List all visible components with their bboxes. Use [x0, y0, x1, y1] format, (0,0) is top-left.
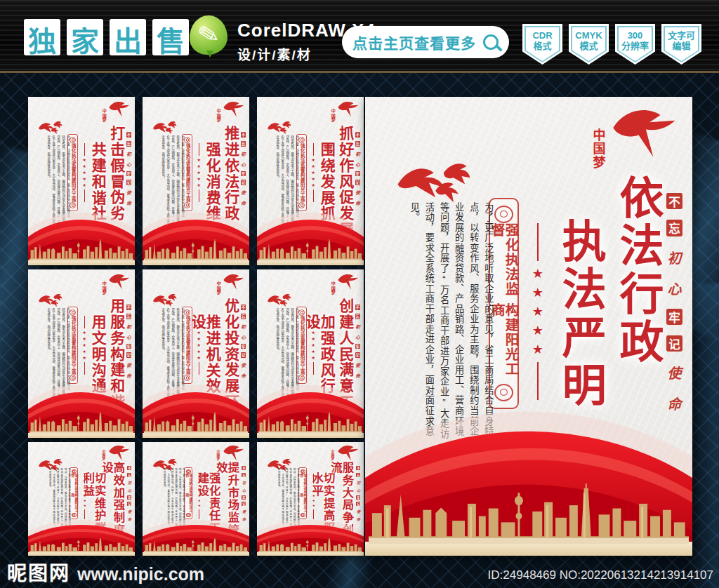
china-dream-bird-icon — [606, 106, 678, 161]
motto-boxed-char: 忘 — [355, 314, 361, 319]
main-poster-slot: 中国梦 依法行政 执法严明 不忘初心牢记使命 ★★★★★ 强化执法监督 构建阳光… — [365, 97, 692, 556]
china-dream-label: 中国梦 — [331, 281, 336, 295]
motto-boxed-char: 牢 — [666, 309, 682, 325]
motto-boxed-char: 不 — [666, 193, 682, 209]
motto-script-char: 心 — [241, 333, 246, 340]
motto-script-char: 初 — [126, 150, 131, 157]
motto-column: 不忘初心牢记使命 — [355, 305, 361, 379]
motto-script-char: 心 — [126, 161, 131, 168]
motto-boxed-char: 记 — [355, 180, 361, 185]
motto-boxed-char: 忘 — [241, 314, 246, 319]
poster-title-right: 依法行政 — [615, 175, 659, 366]
china-dream-label: 中国梦 — [102, 281, 107, 295]
feature-badges: CDR格式 CMYK模式 300分辨率 文字可编辑 — [522, 24, 701, 65]
motto-boxed-char: 牢 — [242, 495, 246, 500]
exclusive-sale-label: 独 家 出 售 — [24, 19, 189, 55]
golden-skyline — [144, 239, 249, 261]
motto-boxed-char: 忘 — [242, 473, 246, 477]
site-name: 昵图网 — [7, 558, 70, 586]
motto-script-char: 初 — [357, 480, 360, 485]
motto-boxed-char: 牢 — [355, 171, 361, 177]
view-more-label: 点击主页查看更多 — [352, 32, 476, 53]
china-dream-bird-icon — [336, 444, 360, 462]
motto-boxed-char: 不 — [355, 305, 361, 310]
view-more-button[interactable]: 点击主页查看更多 — [342, 26, 509, 58]
stars-column: ★★★★★ — [82, 143, 86, 202]
motto-boxed-char: 记 — [126, 352, 132, 358]
motto-script-char: 初 — [668, 247, 682, 267]
coreldraw-logo-icon: ✎ — [190, 15, 227, 55]
motto-boxed-char: 记 — [127, 502, 131, 506]
badge-cdr-format: CDR格式 — [522, 24, 562, 65]
motto-boxed-char: 记 — [242, 502, 246, 506]
motto-boxed-char: 不 — [355, 132, 361, 138]
motto-boxed-char: 不 — [241, 132, 246, 138]
banner-top-label: 强化执法监督 — [71, 316, 76, 345]
china-dream-label: 中国梦 — [216, 281, 221, 295]
motto-boxed-char: 忘 — [666, 220, 682, 236]
motto-boxed-char: 牢 — [355, 344, 361, 349]
banner-top-label: 强化执法监督 — [185, 143, 190, 173]
banner-ornament-icon — [70, 137, 76, 143]
china-dream-label: 中国梦 — [331, 109, 336, 122]
banner-top-label: 强化执法监督 — [299, 474, 306, 493]
banner-top-label: 强化执法监督 — [300, 316, 305, 345]
motto-boxed-char: 忘 — [241, 141, 246, 147]
motto-boxed-char: 不 — [126, 305, 132, 310]
motto-boxed-char: 牢 — [356, 495, 360, 500]
stars-column: ★★★★★ — [82, 316, 86, 375]
poster: 中国梦 抓好作风促发展 围绕发展抓作风 不忘初心牢记使命 ★★★★★ 强化执法监… — [257, 97, 364, 265]
motto-script-char: 心 — [242, 488, 246, 493]
china-dream-bird-icon — [107, 273, 131, 290]
pencil-icon: ✎ — [195, 20, 221, 49]
banner-ornament-icon — [184, 137, 190, 143]
china-dream-bird-icon — [221, 444, 245, 462]
china-dream-label: 中国梦 — [216, 109, 221, 122]
image-id-text: ID:24948469 NO:20220613214213914107 — [488, 568, 713, 582]
motto-boxed-char: 记 — [126, 180, 132, 185]
badge-cmyk-mode: CMYK模式 — [569, 24, 609, 65]
motto-boxed-char: 不 — [241, 305, 246, 310]
motto-boxed-char: 记 — [355, 352, 361, 358]
exclusive-char: 售 — [152, 19, 189, 55]
banner-top-label: 强化执法监督 — [71, 143, 76, 173]
motto-boxed-char: 忘 — [355, 141, 361, 147]
china-dream-label: 中国梦 — [102, 450, 105, 460]
poster: 中国梦 推进依法行政 强化消费维权 不忘初心牢记使命 ★★★★★ 强化执法监督 … — [143, 97, 249, 265]
doves-icon — [149, 293, 181, 307]
top-banner: 独 家 出 售 ✎ CorelDRAW X4 设/计/素/材 点击主页查看更多 … — [0, 0, 719, 73]
motto-script-char: 心 — [357, 488, 360, 493]
poster: 中国梦 依法行政 执法严明 不忘初心牢记使命 ★★★★★ 强化执法监督 构建阳光… — [365, 97, 692, 556]
motto-boxed-char: 牢 — [241, 171, 246, 177]
motto-script-char: 使 — [241, 189, 246, 196]
watermark: 昵图网 www.nipic.com — [7, 558, 204, 586]
china-dream-label: 中国梦 — [102, 109, 107, 122]
banner-ornament-icon — [298, 137, 305, 143]
motto-column: 不忘初心牢记使命 — [355, 132, 361, 206]
china-dream-label: 中国梦 — [591, 128, 605, 169]
golden-skyline — [29, 411, 134, 434]
banner-ornament-icon — [184, 309, 190, 316]
motto-script-char: 初 — [242, 480, 246, 485]
doves-icon — [34, 121, 67, 135]
poster: 中国梦 创建人民满意工商 加强政风行风建设 不忘初心牢记使命 ★★★★★ 强化执… — [257, 269, 364, 438]
china-dream-label: 中国梦 — [331, 450, 334, 460]
golden-skyline — [258, 537, 363, 553]
motto-column: 不忘初心牢记使命 — [241, 305, 246, 379]
motto-script-char: 初 — [241, 150, 246, 157]
banner-ornament-icon — [494, 206, 513, 223]
motto-column: 不忘初心牢记使命 — [126, 132, 132, 206]
motto-boxed-char: 牢 — [126, 344, 132, 349]
golden-skyline — [258, 239, 363, 261]
motto-boxed-char: 记 — [241, 352, 246, 358]
search-icon — [483, 34, 499, 50]
banner-top-label: 强化执法监督 — [185, 316, 190, 345]
golden-skyline — [144, 411, 249, 434]
motto-script-char: 使 — [355, 189, 360, 196]
golden-skyline — [144, 537, 249, 553]
motto-boxed-char: 牢 — [127, 495, 131, 500]
motto-boxed-char: 记 — [356, 502, 360, 506]
stars-column: ★★★★★ — [197, 143, 200, 202]
exclusive-char: 家 — [67, 19, 103, 55]
motto-boxed-char: 牢 — [241, 344, 246, 349]
